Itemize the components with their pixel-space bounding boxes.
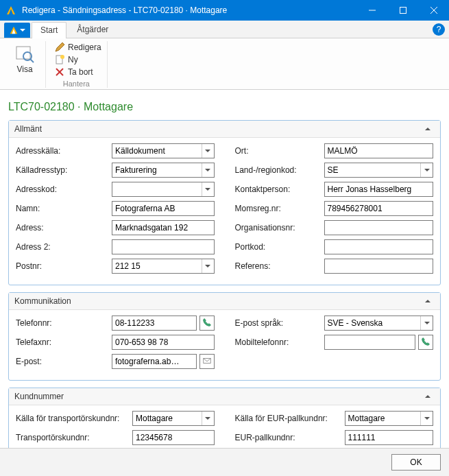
adresskalla-combo[interactable]: Källdokument <box>112 143 215 158</box>
section-kundnummer-header[interactable]: Kundnummer <box>9 388 440 405</box>
adress2-input[interactable] <box>112 239 215 254</box>
tab-actions[interactable]: Åtgärder <box>68 21 117 38</box>
landregionkod-combo[interactable]: SE <box>324 163 434 178</box>
svg-marker-18 <box>205 150 210 152</box>
redigera-button[interactable]: Redigera <box>53 41 103 53</box>
eurpallkundnr-input[interactable] <box>345 430 434 445</box>
svg-marker-23 <box>425 300 430 302</box>
kalladresstyp-label: Källadresstyp: <box>16 165 112 175</box>
svg-marker-27 <box>205 417 210 420</box>
help-button[interactable]: ? <box>433 23 445 36</box>
landregionkod-label: Land-/regionkod: <box>235 165 324 175</box>
kallatransport-label: Källa för transportörskundnr: <box>16 414 132 423</box>
allmant-col-right: Ort: Land-/regionkod:SE Kontaktperson: M… <box>235 143 434 278</box>
epost-send-button[interactable] <box>199 354 215 369</box>
ort-input[interactable] <box>324 143 434 158</box>
telefonnr-input[interactable] <box>112 316 197 331</box>
section-kundnummer: Kundnummer Källa för transportörskundnr:… <box>8 388 441 457</box>
kallaeur-combo[interactable]: Mottagare <box>345 411 434 426</box>
chevron-down-icon <box>202 412 214 425</box>
ok-label: OK <box>410 457 422 467</box>
tab-start-label: Start <box>40 25 58 35</box>
redigera-label: Redigera <box>68 43 101 52</box>
svg-marker-8 <box>20 29 25 32</box>
kallatransport-combo[interactable]: Mottagare <box>132 411 215 426</box>
mail-icon <box>202 356 212 368</box>
telefaxnr-label: Telefaxnr: <box>16 337 112 347</box>
section-kommunikation: Kommunikation Telefonnr: Telefaxnr: E-po… <box>8 292 441 381</box>
momsregnr-input[interactable] <box>324 201 434 216</box>
svg-marker-21 <box>205 265 210 267</box>
minimize-button[interactable] <box>356 0 387 21</box>
ribbon-group-visa: Visa <box>4 41 46 88</box>
close-button[interactable] <box>418 0 449 21</box>
phone-icon <box>202 318 212 329</box>
svg-marker-26 <box>425 395 430 398</box>
mobiltelefonnr-label: Mobiltelefonnr: <box>235 337 324 347</box>
section-allmant: Allmänt Adresskälla:Källdokument Källadr… <box>8 120 441 285</box>
svg-marker-12 <box>56 43 64 51</box>
telefaxnr-input[interactable] <box>112 335 215 350</box>
chevron-down-icon <box>202 182 214 196</box>
adress-input[interactable] <box>112 220 215 235</box>
telefonnr-label: Telefonnr: <box>16 318 112 328</box>
new-doc-icon <box>54 54 65 65</box>
phone-icon <box>421 337 430 348</box>
svg-marker-25 <box>424 322 430 324</box>
tab-actions-label: Åtgärder <box>77 25 108 34</box>
ok-button[interactable]: OK <box>391 454 441 471</box>
komm-col-left: Telefonnr: Telefaxnr: E-post: <box>16 316 215 373</box>
chevron-up-icon <box>425 124 435 134</box>
chevron-down-icon <box>420 316 433 330</box>
referens-input[interactable] <box>324 259 434 274</box>
footer: OK <box>0 448 449 476</box>
visa-button[interactable]: Visa <box>8 41 41 75</box>
transportkundnr-label: Transportörskundnr: <box>16 433 132 442</box>
section-kommunikation-header[interactable]: Kommunikation <box>9 293 440 310</box>
ribbon: Visa Redigera Ny Ta bort Hantera <box>0 38 449 90</box>
namn-label: Namn: <box>16 204 112 213</box>
kontaktperson-input[interactable] <box>324 182 434 197</box>
svg-line-11 <box>30 59 34 62</box>
eurpallkundnr-label: EUR-pallkundnr: <box>235 433 345 442</box>
file-menu-button[interactable] <box>4 23 30 38</box>
chevron-up-icon <box>425 296 435 306</box>
komm-col-right: E-post språk:SVE - Svenska Mobiltelefonn… <box>235 316 434 373</box>
kallaeur-value: Mottagare <box>345 414 421 423</box>
epost-input[interactable] <box>112 354 197 369</box>
tab-start[interactable]: Start <box>32 22 66 38</box>
svg-marker-28 <box>424 417 430 420</box>
transportkundnr-input[interactable] <box>132 430 215 445</box>
postnr-combo[interactable]: 212 15 <box>112 259 215 274</box>
page-title: LTC70-02180 · Mottagare <box>8 101 441 113</box>
svg-point-14 <box>60 55 64 59</box>
maximize-button[interactable] <box>387 0 418 21</box>
section-allmant-header[interactable]: Allmänt <box>9 121 440 138</box>
content: LTC70-02180 · Mottagare Allmänt Adresskä… <box>0 90 449 457</box>
ny-button[interactable]: Ny <box>53 53 103 66</box>
delete-icon <box>54 67 65 78</box>
mobiltelefonnr-input[interactable] <box>324 335 416 350</box>
portkod-input[interactable] <box>324 239 434 254</box>
adresskod-label: Adresskod: <box>16 185 112 194</box>
titlebar: Redigera - Sändningsadress - LTC70-02180… <box>0 0 449 21</box>
ort-label: Ort: <box>235 146 324 156</box>
chevron-down-icon <box>202 144 214 158</box>
organisationsnr-input[interactable] <box>324 220 434 235</box>
kallatransport-value: Mottagare <box>133 414 202 423</box>
postnr-label: Postnr: <box>16 261 112 271</box>
chevron-down-icon <box>202 163 214 177</box>
hantera-group-label: Hantera <box>63 80 90 88</box>
epostsprak-value: SVE - Svenska <box>325 318 421 328</box>
namn-input[interactable] <box>112 201 215 216</box>
section-allmant-title: Allmänt <box>14 124 425 134</box>
adresskod-combo[interactable] <box>112 182 215 197</box>
telefonnr-dial-button[interactable] <box>199 316 215 331</box>
tabort-button[interactable]: Ta bort <box>53 66 103 78</box>
adresskalla-label: Adresskälla: <box>16 146 112 156</box>
epostsprak-combo[interactable]: SVE - Svenska <box>324 316 434 331</box>
mobiltelefonnr-dial-button[interactable] <box>418 335 433 350</box>
svg-marker-20 <box>205 188 210 191</box>
tabort-label: Ta bort <box>68 67 93 77</box>
kalladresstyp-combo[interactable]: Fakturering <box>112 163 215 178</box>
